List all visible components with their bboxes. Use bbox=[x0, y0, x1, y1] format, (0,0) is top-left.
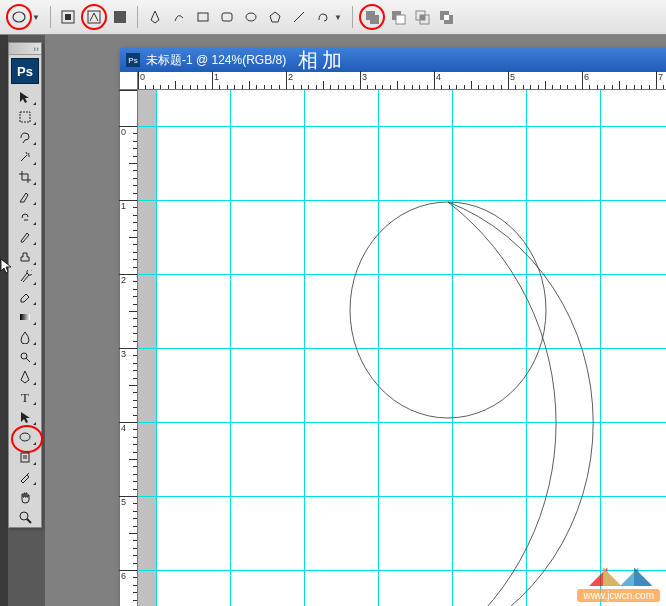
doc-icon: Ps bbox=[126, 53, 140, 67]
annotation-text: 相加 bbox=[298, 47, 346, 74]
ruler-number: 3 bbox=[121, 349, 126, 359]
canvas[interactable]: ◢◣ ◢◣ www.jcwcn.com bbox=[138, 90, 666, 606]
svg-rect-16 bbox=[420, 15, 425, 20]
svg-marker-8 bbox=[270, 12, 280, 22]
separator bbox=[352, 6, 353, 28]
svg-point-31 bbox=[350, 202, 546, 418]
mode-paths-icon[interactable] bbox=[81, 4, 107, 30]
options-bar: ▼ ▼ bbox=[0, 0, 666, 35]
freeform-pen-icon[interactable] bbox=[168, 6, 190, 28]
tools-panel: ›› Ps T bbox=[8, 42, 42, 528]
watermark-logo-icon: ◢◣ ◢◣ bbox=[577, 561, 660, 589]
ellipse-icon[interactable] bbox=[240, 6, 262, 28]
eraser-tool[interactable] bbox=[11, 287, 39, 307]
tool-preset-dropdown-icon[interactable]: ▼ bbox=[32, 13, 40, 22]
svg-rect-2 bbox=[65, 14, 71, 20]
ruler-corner bbox=[120, 72, 138, 90]
pen-icon[interactable] bbox=[144, 6, 166, 28]
svg-point-29 bbox=[20, 512, 28, 520]
ruler-tick bbox=[138, 71, 139, 89]
watermark: ◢◣ ◢◣ www.jcwcn.com bbox=[577, 561, 660, 602]
title-bar[interactable]: Ps 未标题-1 @ 124%(RGB/8) 相加 bbox=[120, 48, 666, 72]
svg-line-9 bbox=[294, 12, 304, 22]
history-brush-tool[interactable] bbox=[11, 267, 39, 287]
svg-rect-21 bbox=[20, 314, 30, 320]
wand-tool[interactable] bbox=[11, 147, 39, 167]
svg-rect-4 bbox=[114, 11, 126, 23]
cursor-arrow-icon bbox=[0, 258, 14, 277]
svg-line-23 bbox=[26, 358, 30, 362]
gradient-tool[interactable] bbox=[11, 307, 39, 327]
svg-point-7 bbox=[246, 13, 256, 21]
type-tool[interactable]: T bbox=[11, 387, 39, 407]
ruler-tick bbox=[508, 71, 509, 89]
ruler-tick bbox=[582, 71, 583, 89]
ruler-vertical[interactable]: 0123456 bbox=[120, 90, 138, 606]
ruler-number: 1 bbox=[121, 201, 126, 211]
watermark-url: www.jcwcn.com bbox=[577, 589, 660, 602]
mode-shape-layers-icon[interactable] bbox=[57, 6, 79, 28]
heal-tool[interactable] bbox=[11, 207, 39, 227]
crop-tool[interactable] bbox=[11, 167, 39, 187]
dodge-tool[interactable] bbox=[11, 347, 39, 367]
separator bbox=[50, 6, 51, 28]
path-select-tool[interactable] bbox=[11, 407, 39, 427]
ruler-horizontal[interactable]: 01234567 bbox=[138, 72, 666, 90]
ruler-tick bbox=[656, 71, 657, 89]
svg-point-25 bbox=[20, 433, 30, 441]
ruler-number: 0 bbox=[121, 127, 126, 137]
svg-text:T: T bbox=[21, 390, 29, 404]
ps-logo: Ps bbox=[11, 58, 39, 84]
rounded-rect-icon[interactable] bbox=[216, 6, 238, 28]
intersect-shape-icon[interactable] bbox=[411, 6, 433, 28]
shape-options-dropdown-icon[interactable]: ▼ bbox=[334, 13, 342, 22]
blur-tool[interactable] bbox=[11, 327, 39, 347]
subtract-from-shape-icon[interactable] bbox=[387, 6, 409, 28]
svg-rect-6 bbox=[222, 13, 232, 21]
document-title: 未标题-1 @ 124%(RGB/8) bbox=[146, 52, 286, 69]
rectangle-icon[interactable] bbox=[192, 6, 214, 28]
ruler-number: 5 bbox=[121, 497, 126, 507]
add-to-shape-icon[interactable] bbox=[359, 4, 385, 30]
move-tool[interactable] bbox=[11, 87, 39, 107]
separator bbox=[137, 6, 138, 28]
dock-strip bbox=[0, 35, 8, 606]
ruler-tick bbox=[360, 71, 361, 89]
line-icon[interactable] bbox=[288, 6, 310, 28]
exclude-shape-icon[interactable] bbox=[435, 6, 457, 28]
brush-tool[interactable] bbox=[11, 227, 39, 247]
ruler-number: 3 bbox=[362, 72, 367, 82]
zoom-tool[interactable] bbox=[11, 507, 39, 527]
svg-rect-11 bbox=[370, 15, 379, 24]
tool-preset-ellipse[interactable] bbox=[6, 4, 32, 30]
svg-rect-13 bbox=[396, 15, 405, 24]
ellipse-shape-tool[interactable] bbox=[11, 427, 39, 447]
ruler-number: 4 bbox=[436, 72, 441, 82]
ruler-number: 2 bbox=[288, 72, 293, 82]
notes-tool[interactable] bbox=[11, 447, 39, 467]
ruler-number: 6 bbox=[121, 571, 126, 581]
ruler-tick bbox=[286, 71, 287, 89]
marquee-tool[interactable] bbox=[11, 107, 39, 127]
slice-tool[interactable] bbox=[11, 187, 39, 207]
mode-fill-pixels-icon[interactable] bbox=[109, 6, 131, 28]
document-window: Ps 未标题-1 @ 124%(RGB/8) 相加 01234567 01234… bbox=[120, 48, 666, 606]
ruler-number: 4 bbox=[121, 423, 126, 433]
eyedropper-tool[interactable] bbox=[11, 467, 39, 487]
lasso-tool[interactable] bbox=[11, 127, 39, 147]
ruler-number: 0 bbox=[140, 72, 145, 82]
svg-rect-19 bbox=[444, 15, 449, 20]
stamp-tool[interactable] bbox=[11, 247, 39, 267]
ruler-number: 1 bbox=[214, 72, 219, 82]
polygon-icon[interactable] bbox=[264, 6, 286, 28]
ruler-number: 6 bbox=[584, 72, 589, 82]
ruler-number: 2 bbox=[121, 275, 126, 285]
pen-tool[interactable] bbox=[11, 367, 39, 387]
ruler-number: 5 bbox=[510, 72, 515, 82]
hand-tool[interactable] bbox=[11, 487, 39, 507]
ruler-tick bbox=[434, 71, 435, 89]
ruler-number: 7 bbox=[658, 72, 663, 82]
custom-shape-icon[interactable] bbox=[312, 6, 334, 28]
ruler-tick bbox=[212, 71, 213, 89]
tools-panel-header[interactable]: ›› bbox=[9, 43, 41, 55]
